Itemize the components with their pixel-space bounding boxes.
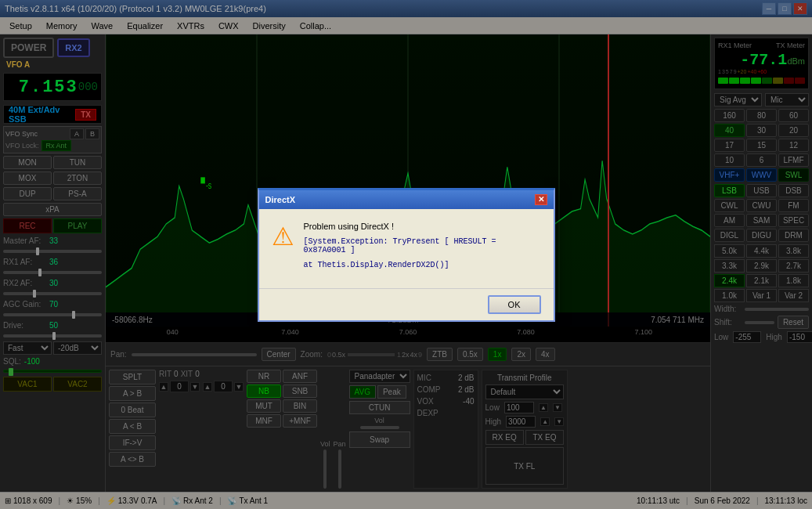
dialog-body: ⚠ Problem using DirectX ! [System.Except…	[259, 209, 554, 288]
dialog-close-button[interactable]: ✕	[535, 194, 547, 205]
dialog-message: Problem using DirectX !	[304, 222, 541, 231]
warning-icon: ⚠	[272, 222, 294, 251]
directx-dialog: DirectX ✕ ⚠ Problem using DirectX ! [Sys…	[258, 188, 555, 322]
dialog-ok-button[interactable]: OK	[488, 295, 541, 314]
dialog-detail-2: at Thetis.Display.RenderDX2D()]	[304, 261, 541, 269]
dialog-text: Problem using DirectX ! [System.Exceptio…	[304, 222, 541, 276]
dialog-title: DirectX	[265, 195, 296, 204]
dialog-overlay: DirectX ✕ ⚠ Problem using DirectX ! [Sys…	[0, 0, 812, 509]
dialog-footer: OK	[259, 288, 554, 320]
dialog-detail-1: [System.Exception: TryPresent [ HRESULT …	[304, 237, 541, 254]
dialog-title-bar: DirectX ✕	[259, 190, 554, 209]
